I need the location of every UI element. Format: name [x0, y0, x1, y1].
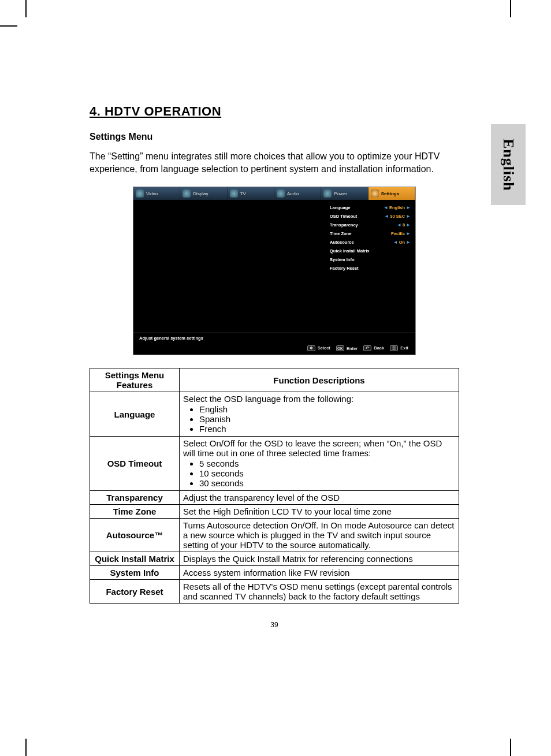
- feature-description: Resets all of the HDTV's OSD menu settin…: [180, 580, 459, 604]
- exit-key-icon: ☰: [390, 345, 398, 351]
- osd-tab-label: Display: [193, 191, 208, 196]
- osd-tab-label: Video: [146, 191, 158, 196]
- osd-item-label: Language: [330, 205, 350, 210]
- feature-description: Turns Autosource detection On/Off. In On…: [180, 519, 459, 552]
- feature-name: Language: [90, 392, 180, 437]
- audio-icon: [277, 189, 285, 198]
- feature-description: Select the OSD language from the followi…: [180, 392, 459, 437]
- osd-tab-label: Power: [334, 191, 347, 196]
- osd-item-label: OSD Timeout: [330, 214, 357, 219]
- list-item: English: [199, 404, 455, 414]
- feature-description: Access system information like FW revisi…: [180, 566, 459, 580]
- list-item: 5 seconds: [199, 459, 455, 468]
- arrow-right-icon: ►: [406, 231, 411, 236]
- table-row: LanguageSelect the OSD language from the…: [90, 392, 459, 437]
- back-key-icon: ↶: [363, 345, 371, 351]
- display-icon: [183, 189, 191, 198]
- osd-tab-video: Video: [133, 187, 180, 200]
- arrow-left-icon: ◄: [384, 205, 388, 210]
- osd-tab-tv: TV: [228, 187, 274, 200]
- arrow-right-icon: ►: [406, 222, 411, 228]
- table-row: Time ZoneSet the High Definition LCD TV …: [90, 505, 459, 519]
- select-key-icon: ✥: [307, 345, 315, 351]
- enter-key-icon: OK: [336, 345, 344, 351]
- osd-item-value: ◄30 SEC►: [384, 214, 411, 219]
- feature-name: Transparency: [90, 491, 180, 505]
- feature-name: Quick Install Matrix: [90, 552, 180, 566]
- osd-tab-label: TV: [240, 191, 246, 196]
- osd-tab-power: Power: [321, 187, 368, 200]
- osd-tab-label: Audio: [287, 191, 299, 196]
- feature-name: Factory Reset: [90, 580, 180, 604]
- intro-paragraph: The “Setting” menu integrates still more…: [90, 150, 459, 175]
- osd-item-value: ◄On►: [393, 240, 411, 245]
- osd-item-value: ◄English►: [384, 205, 411, 210]
- osd-item-label: System Info: [330, 257, 355, 262]
- osd-item-label: Factory Reset: [330, 266, 359, 271]
- language-tab: English: [491, 124, 526, 205]
- osd-menu-item: Transparency◄8►: [330, 221, 411, 229]
- arrow-left-icon: ◄: [393, 240, 398, 245]
- table-row: TransparencyAdjust the transparency leve…: [90, 491, 459, 505]
- settings-icon: [371, 189, 379, 198]
- osd-menu-item: Factory Reset: [330, 264, 411, 273]
- page-number: 39: [90, 621, 459, 629]
- feature-name: OSD Timeout: [90, 437, 180, 491]
- tv-icon: [230, 189, 238, 198]
- video-icon: [136, 189, 144, 198]
- subsection-heading: Settings Menu: [90, 132, 459, 142]
- osd-hint: Adjust general system settings: [133, 333, 415, 343]
- feature-description: Adjust the transparency level of the OSD: [180, 491, 459, 505]
- feature-description: Set the High Definition LCD TV to your l…: [180, 505, 459, 519]
- section-heading: 4. HDTV OPERATION: [90, 104, 459, 119]
- feature-description: Displays the Quick Install Matrix for re…: [180, 552, 459, 566]
- osd-menu-item: Language◄English►: [330, 203, 411, 212]
- osd-item-label: Quick Install Matrix: [330, 248, 370, 254]
- osd-screenshot: VideoDisplayTVAudioPowerSettings Languag…: [133, 187, 416, 355]
- arrow-left-icon: ◄: [384, 214, 389, 219]
- feature-name: Time Zone: [90, 505, 180, 519]
- list-item: French: [199, 424, 455, 434]
- list-item: 30 seconds: [199, 478, 455, 488]
- table-row: Quick Install MatrixDisplays the Quick I…: [90, 552, 459, 566]
- features-table: Settings Menu Features Function Descript…: [90, 368, 459, 604]
- osd-menu-item: Time ZonePacific►: [330, 229, 411, 238]
- osd-tab-label: Settings: [381, 191, 400, 196]
- feature-name: Autosource™: [90, 519, 180, 552]
- osd-item-label: Transparency: [330, 222, 358, 228]
- osd-footer-key: ☰ Exit: [390, 345, 408, 351]
- osd-item-label: Autosource: [330, 240, 354, 245]
- table-head-descriptions: Function Descriptions: [180, 368, 459, 392]
- table-head-features: Settings Menu Features: [90, 368, 180, 392]
- feature-name: System Info: [90, 566, 180, 580]
- list-item: Spanish: [199, 414, 455, 424]
- osd-menu-item: OSD Timeout◄30 SEC►: [330, 212, 411, 221]
- osd-footer-key: ✥ Select: [307, 345, 330, 351]
- table-row: Factory ResetResets all of the HDTV's OS…: [90, 580, 459, 604]
- language-tab-label: English: [500, 139, 517, 191]
- arrow-right-icon: ►: [406, 240, 411, 245]
- table-row: Autosource™Turns Autosource detection On…: [90, 519, 459, 552]
- osd-footer-key: OK Enter: [336, 345, 358, 351]
- osd-tab-audio: Audio: [274, 187, 321, 200]
- arrow-right-icon: ►: [406, 205, 411, 210]
- osd-menu-item: Autosource◄On►: [330, 238, 411, 247]
- arrow-right-icon: ►: [406, 214, 411, 219]
- osd-tab-settings: Settings: [368, 187, 415, 200]
- list-item: 10 seconds: [199, 468, 455, 478]
- osd-item-value: Pacific►: [391, 231, 411, 236]
- osd-menu-item: Quick Install Matrix: [330, 247, 411, 255]
- table-row: System InfoAccess system information lik…: [90, 566, 459, 580]
- power-icon: [323, 189, 332, 198]
- osd-footer-key: ↶ Back: [363, 345, 384, 351]
- feature-description: Select On/Off for the OSD to leave the s…: [180, 437, 459, 491]
- table-row: OSD TimeoutSelect On/Off for the OSD to …: [90, 437, 459, 491]
- osd-menu-item: System Info: [330, 255, 411, 264]
- osd-item-label: Time Zone: [330, 231, 351, 236]
- osd-tab-display: Display: [180, 187, 227, 200]
- arrow-left-icon: ◄: [397, 222, 401, 228]
- osd-item-value: ◄8►: [397, 222, 411, 228]
